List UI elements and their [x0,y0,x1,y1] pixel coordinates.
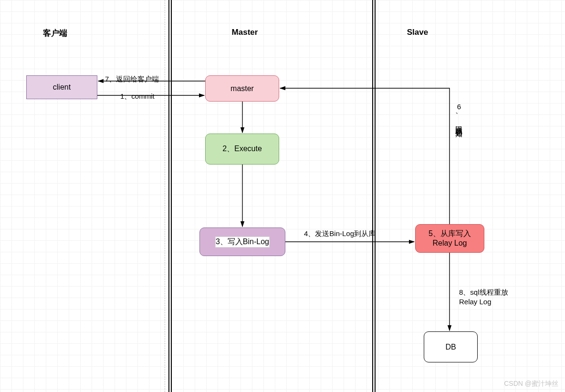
node-binlog-label: 3、写入Bin-Log [215,237,270,248]
section-title-slave: Slave [398,28,437,37]
grid-background [0,0,565,392]
divider-solid-b1 [372,0,373,392]
section-title-master: Master [226,28,264,37]
node-db: DB [424,331,478,362]
node-client: client [26,75,97,99]
node-execute: 2、Execute [205,134,279,165]
node-execute-label: 2、Execute [222,144,262,154]
edge-sql-replay-line2: Relay Log [459,297,508,307]
edge-sql-replay-line1: 8、sql线程重放 [459,288,508,297]
edge-return-success: 6、返回成功通知 [453,103,465,125]
node-relay-line2: Relay Log [429,238,471,248]
node-master-label: master [230,84,254,93]
edge-return-client: 7、返回给客户端 [104,74,160,84]
edge-send-binlog: 4、发送Bin-Log到从库 [303,229,377,238]
divider-solid-a1 [168,0,169,392]
divider-solid-b2 [375,0,376,392]
node-relay-line1: 5、从库写入 [429,229,471,238]
node-db-label: DB [445,343,456,351]
node-binlog: 3、写入Bin-Log [199,227,285,256]
watermark: CSDN @蜜汁坤丝 [504,380,558,388]
node-master: master [205,75,279,102]
divider-solid-a2 [171,0,172,392]
node-client-label: client [53,83,71,92]
node-relay: 5、从库写入 Relay Log [415,224,484,253]
section-title-client: 客户端 [33,28,76,39]
divider-dashed [165,0,165,392]
edge-commit: 1、commit [119,92,156,101]
